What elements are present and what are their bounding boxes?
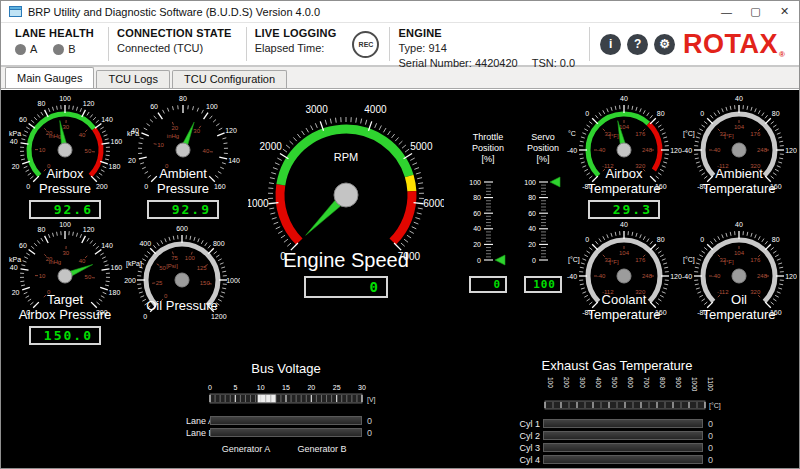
help-icon[interactable]: ? [627,34,648,55]
maximize-button[interactable]: ▢ [741,1,770,23]
svg-text:[°C]: [°C] [709,402,721,410]
svg-text:104: 104 [619,250,630,256]
svg-text:248: 248 [642,147,653,153]
svg-text:40: 40 [203,148,210,154]
info-icon[interactable]: i [600,34,621,55]
svg-text:40: 40 [473,226,481,233]
svg-text:40: 40 [10,264,18,271]
svg-text:[°C]: [°C] [683,130,695,138]
egt-cylinder-row-bar [543,419,703,428]
tab-bar: Main Gauges TCU Logs TCU Configuration [1,67,799,89]
connection-state-section: CONNECTION STATE Connected (TCU) [113,25,242,63]
tab-tcu-logs[interactable]: TCU Logs [96,70,170,88]
elapsed-time-label: Elapsed Time: [255,42,337,54]
svg-text:[V]: [V] [367,396,376,404]
egt-cylinder-row-bar [543,431,703,440]
svg-text:15: 15 [282,384,290,391]
svg-text:[°F]: [°F] [609,133,619,139]
egt-cylinder-row-value: 0 [703,431,713,441]
separator [246,27,247,61]
svg-text:60: 60 [19,116,27,123]
tab-tcu-configuration[interactable]: TCU Configuration [172,70,287,88]
svg-text:200: 200 [96,183,108,190]
svg-text:40: 40 [620,221,628,228]
tab-main-gauges[interactable]: Main Gauges [5,67,94,88]
svg-text:0: 0 [585,110,589,117]
svg-text:kPa: kPa [9,130,21,137]
separator [389,27,390,61]
svg-text:40: 40 [79,132,86,138]
svg-text:°C: °C [568,130,576,137]
svg-text:-40: -40 [597,273,606,279]
svg-text:800: 800 [659,377,666,388]
window-title: BRP Utility and Diagnostic Software (B.U… [28,6,712,18]
svg-text:inHg: inHg [167,133,179,139]
target-airbox-pressure-readout: 150.0 [29,326,101,345]
gauge-coolant-temperature: -80-4004080120160-112-4032104176248320[°… [565,221,683,323]
svg-text:50: 50 [85,148,92,154]
svg-text:100: 100 [59,95,71,102]
svg-text:100: 100 [469,179,481,186]
gauge-oil-pressure: 0200400600800100012000255075100125150[kP… [123,225,241,314]
svg-text:176: 176 [635,131,646,137]
egt-cylinder-row-value: 0 [703,455,713,465]
gauge-airbox-pressure: 02040608010012014016018020001020304050kP… [7,95,123,219]
svg-text:60: 60 [528,210,536,217]
svg-text:80: 80 [179,95,187,102]
lane-a-status-dot [15,44,26,55]
svg-text:[°C]: [°C] [568,256,580,264]
egt-cylinder-row: Cyl 30 [501,442,733,453]
settings-gear-icon[interactable]: ⚙ [654,34,675,55]
svg-text:160: 160 [214,183,226,190]
airbox-pressure-readout: 92.6 [29,200,101,219]
svg-text:120: 120 [225,127,237,134]
bus-voltage-row: Lane A0 [186,415,386,426]
bus-voltage-row-bar [210,428,362,437]
svg-text:1000: 1000 [691,377,698,392]
throttle-position-scale: 020406080100 [465,174,511,266]
egt-cylinder-row-label: Cyl 1 [501,419,543,429]
bus-voltage-row: Lane B0 [186,427,386,438]
lane-b-indicator: B [53,43,75,55]
svg-text:125: 125 [197,265,208,271]
svg-text:25: 25 [156,280,163,286]
svg-text:10: 10 [39,147,46,153]
svg-text:2000: 2000 [260,141,283,152]
svg-text:10: 10 [257,384,265,391]
svg-text:320: 320 [750,289,761,295]
svg-text:0: 0 [208,384,212,391]
svg-text:248: 248 [642,273,653,279]
svg-text:[°C]: [°C] [683,256,695,264]
svg-text:30: 30 [193,128,200,134]
svg-text:1100: 1100 [707,377,714,391]
bus-voltage-section: Bus Voltage 051015202530[V] Lane A0Lane … [186,361,386,454]
svg-text:140: 140 [228,157,240,164]
svg-text:kPa: kPa [9,256,21,263]
egt-title: Exhaust Gas Temperature [501,358,733,374]
lane-b-status-dot [53,44,64,55]
minimize-button[interactable]: — [712,1,741,23]
app-window: BRP Utility and Diagnostic Software (B.U… [0,0,800,469]
svg-text:20: 20 [12,163,20,170]
svg-text:30: 30 [63,250,70,256]
svg-text:176: 176 [750,257,761,263]
svg-text:40: 40 [620,95,628,102]
rec-button[interactable]: REC [352,31,379,58]
bus-voltage-row-label: Lane B [186,428,210,438]
egt-scale: 10020030040050060070080090010001100[°C] [501,374,733,412]
svg-text:[kPa]: [kPa] [126,260,142,268]
svg-text:100: 100 [185,255,196,261]
bus-voltage-row-bar [210,416,362,425]
svg-text:-40: -40 [567,273,577,280]
throttle-position-readout: 0 [469,276,507,293]
bus-voltage-row-value: 0 [362,428,372,438]
lane-health-section: LANE HEALTH A B [11,25,104,63]
svg-text:1000: 1000 [248,198,269,209]
svg-text:20: 20 [473,241,481,248]
throttle-position-title: Throttle Position [%] [463,132,513,164]
svg-text:5000: 5000 [410,141,433,152]
svg-text:inHg: inHg [49,133,61,139]
svg-text:176: 176 [635,257,646,263]
close-button[interactable]: ✕ [770,1,799,23]
svg-text:3000: 3000 [305,104,328,115]
